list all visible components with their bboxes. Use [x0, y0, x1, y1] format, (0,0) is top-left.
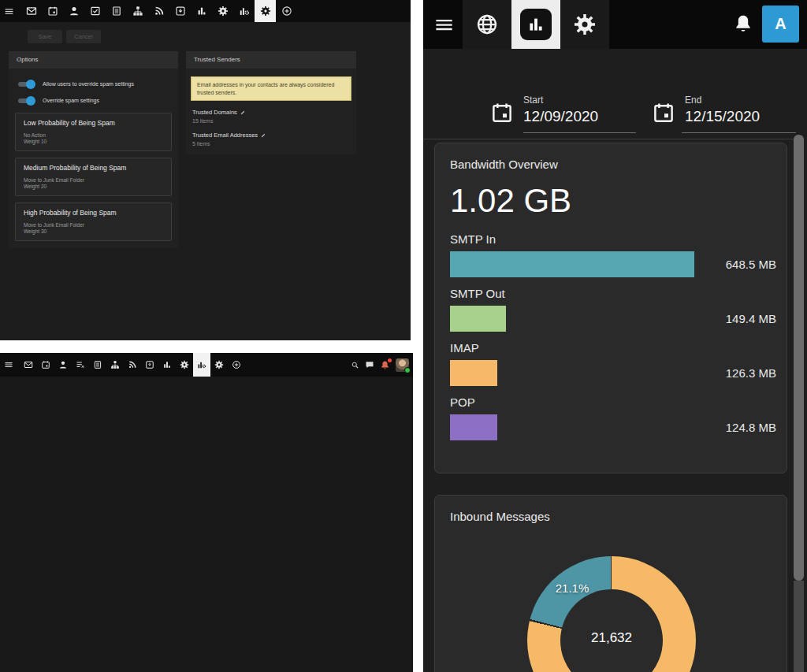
card-title: Inbound Messages	[450, 510, 787, 524]
nav-domain-settings[interactable]	[210, 353, 228, 377]
nav-new-item[interactable]	[276, 0, 297, 22]
bandwidth-value: 149.4 MB	[726, 306, 776, 332]
cancel-button[interactable]: Cancel	[66, 30, 101, 43]
gear-icon	[180, 360, 189, 369]
bandwidth-row-smtp-out: SMTP Out149.4 MB	[450, 287, 776, 332]
nav-notes[interactable]	[106, 0, 127, 22]
bandwidth-row-imap: IMAP126.3 MB	[450, 341, 776, 386]
chart-icon	[196, 6, 207, 17]
menu-icon[interactable]	[4, 6, 14, 17]
nav-reports[interactable]	[511, 0, 560, 49]
date-range-row: Start 12/09/2020 End 12/15/2020	[423, 49, 794, 139]
spam-level-title: High Probability of Being Spam	[24, 209, 163, 217]
nav-contacts[interactable]	[63, 0, 84, 22]
spam-level-card-low-probability-of-being-spam[interactable]: Low Probability of Being SpamNo ActionWe…	[15, 113, 172, 151]
start-calendar-icon[interactable]	[490, 101, 514, 124]
nav-tasks[interactable]	[84, 0, 106, 22]
calendar-icon	[41, 360, 50, 369]
end-calendar-icon[interactable]	[652, 101, 675, 124]
start-value: 12/09/2020	[523, 107, 598, 126]
nav-settings[interactable]	[560, 0, 609, 49]
nav-calendar[interactable]	[37, 353, 54, 377]
chat-icon[interactable]	[365, 360, 374, 369]
input-underline	[523, 132, 636, 133]
nav-contacts[interactable]	[54, 353, 72, 377]
nav-domain[interactable]	[463, 0, 511, 49]
nav-connections[interactable]	[106, 353, 124, 377]
nav-reports[interactable]	[191, 0, 212, 22]
trusted-item-label[interactable]: Trusted Email Addresses	[192, 132, 350, 139]
trusted-item-count: 5 items	[192, 141, 350, 147]
nav-news-feeds[interactable]	[148, 0, 169, 22]
globe-icon	[475, 13, 499, 36]
notifications-bell-icon[interactable]	[733, 13, 753, 34]
vertical-scrollbar-thumb[interactable]	[794, 135, 804, 581]
bandwidth-row-pop: POP124.8 MB	[450, 395, 776, 440]
nav-new-item[interactable]	[228, 353, 245, 377]
toggle-row: Override spam settings	[17, 96, 175, 105]
edit-pencil-icon[interactable]	[240, 110, 246, 115]
top-bar: A	[423, 0, 807, 49]
bandwidth-total: 1.02 GB	[450, 181, 787, 221]
toggle-allow-users-to-override-spam-settings[interactable]	[17, 80, 35, 88]
nav-domain-reports[interactable]	[193, 353, 210, 377]
toggle-override-spam-settings[interactable]	[17, 96, 35, 105]
nav-mail[interactable]	[20, 353, 37, 377]
end-label: End	[685, 95, 760, 106]
spam-level-action: Move to Junk Email Folder	[24, 177, 163, 184]
bandwidth-value: 648.5 MB	[726, 251, 776, 277]
spam-level-card-high-probability-of-being-spam[interactable]: High Probability of Being SpamMove to Ju…	[15, 202, 172, 241]
reports-window: OverviewDisk UsageInbound MessagesOutbou…	[0, 353, 413, 672]
search-icon[interactable]	[351, 361, 359, 369]
nav-message-archive[interactable]	[169, 0, 191, 22]
spam-level-action: Move to Junk Email Folder	[24, 222, 163, 228]
chart-icon	[526, 15, 545, 34]
menu-icon[interactable]	[4, 360, 13, 369]
menu-icon[interactable]	[433, 14, 455, 35]
nav-settings[interactable]	[176, 353, 193, 377]
nav-tiles	[463, 0, 609, 49]
nav-notes[interactable]	[89, 353, 106, 377]
save-button[interactable]: Save	[28, 30, 62, 43]
inbound-messages-card: Inbound Messages 21.1% 21,632	[434, 495, 787, 672]
nav-settings[interactable]	[212, 0, 233, 22]
vertical-scrollbar-track	[794, 581, 804, 672]
start-label: Start	[523, 95, 598, 106]
mail-icon	[26, 6, 37, 17]
nav-mail[interactable]	[20, 0, 42, 22]
trusted-item-label[interactable]: Trusted Domains	[192, 109, 350, 116]
start-date-field[interactable]: Start 12/09/2020	[523, 95, 598, 126]
spam-level-card-medium-probability-of-being-spam[interactable]: Medium Probability of Being SpamMove to …	[15, 158, 172, 196]
card-title: Bandwidth Overview	[450, 158, 787, 172]
nav-icon-strip	[20, 0, 297, 22]
notifications-bell-icon[interactable]	[380, 360, 390, 370]
nav-domain-settings[interactable]	[255, 0, 276, 22]
options-card-title: Options	[9, 51, 178, 69]
trusted-item-trusted-email-addresses: Trusted Email Addresses5 items	[192, 132, 350, 147]
end-date-field[interactable]: End 12/15/2020	[685, 95, 760, 126]
user-avatar[interactable]: A	[762, 6, 799, 43]
inbound-messages-donut-chart	[527, 556, 696, 672]
trusted-item-count: 15 items	[192, 118, 350, 124]
edit-pencil-icon[interactable]	[261, 132, 266, 138]
user-avatar[interactable]	[396, 358, 409, 372]
trusted-senders-card: Trusted Senders Email addresses in your …	[186, 51, 356, 154]
spam-settings-window: Save Cancel Options Allow users to overr…	[0, 0, 411, 340]
rss-icon	[154, 6, 165, 17]
toggle-label: Override spam settings	[43, 98, 99, 103]
nav-calendar[interactable]	[42, 0, 63, 22]
nav-news-feeds[interactable]	[124, 353, 141, 377]
divider	[423, 139, 794, 139]
chart-icon	[162, 360, 172, 369]
inbox-icon	[175, 6, 186, 17]
nav-message-archive[interactable]	[141, 353, 158, 377]
nav-domain-reports[interactable]	[233, 0, 255, 22]
trusted-senders-title: Trusted Senders	[186, 51, 356, 69]
nav-reports[interactable]	[158, 353, 176, 377]
spam-level-weight: Weight 10	[24, 139, 163, 145]
nav-tasks[interactable]	[72, 353, 89, 377]
bandwidth-bar	[450, 414, 497, 440]
pluscircle-icon	[232, 360, 241, 369]
nav-connections[interactable]	[127, 0, 148, 22]
app-toolbar	[0, 353, 413, 377]
